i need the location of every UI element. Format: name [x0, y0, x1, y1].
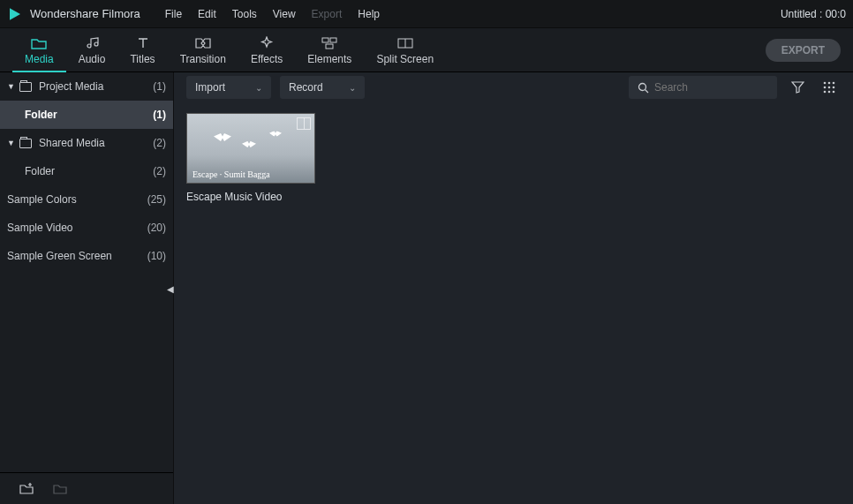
search-input[interactable]: [654, 81, 768, 94]
sidebar-item-folder-2[interactable]: Folder (2): [0, 157, 173, 185]
effects-icon: [260, 35, 274, 51]
svg-point-16: [833, 91, 835, 94]
sidebar-item-label: Folder: [25, 165, 153, 177]
svg-rect-3: [326, 44, 333, 49]
tab-media[interactable]: Media: [12, 28, 66, 72]
menu-tools[interactable]: Tools: [232, 8, 257, 20]
sidebar: ▼ Project Media (1) Folder (1) ▼ Shared …: [0, 72, 174, 504]
svg-rect-2: [330, 38, 336, 42]
menu-edit[interactable]: Edit: [198, 8, 216, 20]
titlebar: Wondershare Filmora File Edit Tools View…: [0, 0, 853, 28]
split-icon: [397, 35, 413, 51]
app-logo: [7, 6, 23, 22]
tab-label: Titles: [130, 53, 155, 65]
sidebar-item-label: Sample Green Screen: [7, 250, 147, 262]
sidebar-item-count: (1): [153, 80, 166, 93]
menu-view[interactable]: View: [273, 8, 296, 20]
sidebar-item-label: Sample Colors: [7, 193, 147, 206]
main-toolbar: Media Audio Titles Transition Effects El…: [0, 28, 853, 72]
media-thumbnail: Escape · Sumit Bagga: [186, 113, 315, 184]
media-thumbnails: Escape · Sumit Bagga Escape Music Video: [174, 102, 853, 214]
svg-rect-1: [322, 38, 328, 42]
tab-label: Audio: [79, 53, 106, 65]
sidebar-item-sample-colors[interactable]: Sample Colors (25): [0, 185, 173, 214]
sidebar-item-label: Folder: [25, 109, 153, 121]
sidebar-bottom-toolbar: [0, 472, 173, 504]
app-title: Wondershare Filmora: [30, 7, 140, 20]
caret-down-icon: ▼: [7, 82, 16, 91]
export-button[interactable]: EXPORT: [766, 39, 841, 62]
media-panel: Import ⌄ Record ⌄: [174, 72, 853, 504]
panel-toolbar: Import ⌄ Record ⌄: [174, 72, 853, 102]
tab-transition[interactable]: Transition: [168, 28, 238, 72]
sidebar-item-sample-green[interactable]: Sample Green Screen (10): [0, 242, 173, 270]
folder-icon: [19, 139, 32, 148]
caret-down-icon: ▼: [7, 139, 16, 147]
sidebar-item-sample-video[interactable]: Sample Video (20): [0, 214, 173, 242]
sidebar-item-count: (10): [147, 250, 166, 262]
filter-button[interactable]: [786, 76, 809, 99]
tab-audio[interactable]: Audio: [66, 28, 118, 72]
sidebar-item-count: (20): [147, 222, 166, 234]
svg-point-8: [824, 82, 827, 85]
search-icon: [638, 82, 649, 94]
elements-icon: [321, 35, 337, 51]
folder-icon: [31, 35, 47, 51]
tab-split-screen[interactable]: Split Screen: [364, 28, 446, 72]
transition-icon: [195, 35, 211, 51]
sidebar-item-project-media[interactable]: ▼ Project Media (1): [0, 72, 173, 101]
media-item[interactable]: Escape · Sumit Bagga Escape Music Video: [186, 113, 315, 203]
tab-label: Elements: [307, 53, 351, 65]
project-title: Untitled : 00:0: [781, 8, 846, 20]
delete-folder-button[interactable]: [53, 482, 67, 496]
video-badge-icon: [297, 117, 311, 130]
media-caption: Escape Music Video: [186, 191, 315, 203]
svg-point-10: [833, 82, 835, 85]
svg-point-14: [824, 91, 827, 94]
svg-point-13: [833, 87, 835, 89]
tab-label: Effects: [251, 53, 283, 65]
chevron-down-icon: ⌄: [349, 83, 356, 93]
svg-line-7: [645, 89, 649, 93]
folder-icon: [19, 82, 32, 92]
sidebar-item-count: (2): [153, 137, 166, 149]
sidebar-item-count: (2): [153, 165, 166, 177]
text-icon: [137, 35, 149, 51]
sidebar-item-label: Project Media: [39, 80, 153, 93]
import-dropdown[interactable]: Import ⌄: [186, 76, 271, 99]
svg-point-11: [824, 87, 827, 89]
tab-label: Transition: [180, 53, 226, 65]
search-box[interactable]: [629, 76, 777, 99]
tab-label: Split Screen: [376, 53, 434, 65]
tab-elements[interactable]: Elements: [295, 28, 364, 72]
chevron-down-icon: ⌄: [255, 83, 262, 93]
sidebar-item-folder-1[interactable]: Folder (1): [0, 101, 173, 129]
sidebar-item-count: (1): [153, 109, 166, 121]
svg-point-6: [639, 83, 646, 90]
menu-export: Export: [312, 8, 343, 20]
tab-titles[interactable]: Titles: [117, 28, 167, 72]
sidebar-item-shared-media[interactable]: ▼ Shared Media (2): [0, 129, 173, 157]
dropdown-label: Import: [195, 81, 225, 94]
sidebar-item-label: Sample Video: [7, 222, 147, 234]
menu-file[interactable]: File: [165, 8, 182, 20]
menu-help[interactable]: Help: [358, 8, 380, 20]
sidebar-item-label: Shared Media: [39, 137, 153, 149]
record-dropdown[interactable]: Record ⌄: [280, 76, 365, 99]
tab-label: Media: [25, 53, 54, 65]
svg-point-12: [828, 87, 831, 89]
tab-effects[interactable]: Effects: [238, 28, 295, 72]
sidebar-collapse-handle[interactable]: ◀: [167, 283, 174, 293]
svg-point-15: [828, 91, 831, 94]
music-icon: [85, 35, 99, 51]
view-grid-button[interactable]: [818, 76, 841, 99]
thumbnail-overlay-text: Escape · Sumit Bagga: [192, 169, 270, 179]
menubar: File Edit Tools View Export Help: [165, 8, 380, 20]
dropdown-label: Record: [289, 81, 323, 94]
sidebar-item-count: (25): [147, 193, 166, 206]
svg-marker-0: [10, 8, 20, 20]
new-folder-button[interactable]: [19, 482, 34, 496]
svg-point-9: [828, 82, 831, 85]
